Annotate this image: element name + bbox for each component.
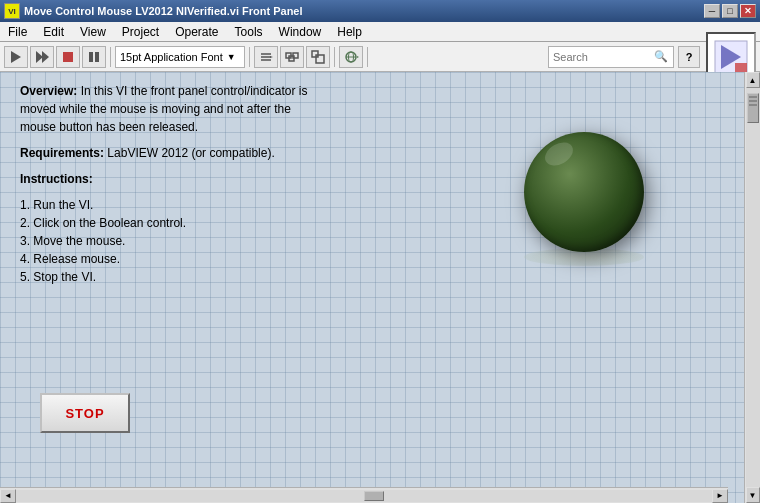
- vertical-scrollbar[interactable]: ▲ ▼: [744, 72, 760, 503]
- requirements-label: Requirements:: [20, 146, 104, 160]
- horizontal-scroll-track[interactable]: [16, 490, 712, 502]
- menu-operate[interactable]: Operate: [167, 22, 226, 41]
- horizontal-scrollbar[interactable]: ◄ ►: [0, 487, 728, 503]
- close-button[interactable]: ✕: [740, 4, 756, 18]
- front-panel-canvas[interactable]: Overview: In this VI the front panel con…: [0, 72, 744, 503]
- instructions-list: 1. Run the VI. 2. Click on the Boolean c…: [20, 196, 330, 286]
- minimize-button[interactable]: ─: [704, 4, 720, 18]
- svg-rect-13: [312, 51, 318, 57]
- svg-rect-21: [735, 63, 747, 73]
- vertical-scroll-thumb[interactable]: [747, 93, 759, 123]
- menu-view[interactable]: View: [72, 22, 114, 41]
- requirements-text: LabVIEW 2012 (or compatible).: [104, 146, 275, 160]
- stop-button-container: STOP: [40, 393, 130, 433]
- stop-button[interactable]: STOP: [40, 393, 130, 433]
- env-button[interactable]: [339, 46, 363, 68]
- distribute-button[interactable]: [280, 46, 304, 68]
- maximize-button[interactable]: □: [722, 4, 738, 18]
- toolbar-separator-1: [110, 47, 111, 67]
- overview-label: Overview:: [20, 84, 77, 98]
- vertical-scroll-track[interactable]: [746, 88, 760, 487]
- menu-window[interactable]: Window: [271, 22, 330, 41]
- font-arrow: ▼: [227, 52, 236, 62]
- step-1: 1. Run the VI.: [20, 196, 330, 214]
- step-5: 5. Stop the VI.: [20, 268, 330, 286]
- menu-bar: File Edit View Project Operate Tools Win…: [0, 22, 760, 42]
- abort-button[interactable]: [56, 46, 80, 68]
- svg-marker-9: [270, 56, 273, 58]
- requirements-paragraph: Requirements: LabVIEW 2012 (or compatibl…: [20, 144, 330, 162]
- font-name: 15pt Application Font: [120, 51, 223, 63]
- svg-rect-4: [89, 52, 93, 62]
- scroll-up-button[interactable]: ▲: [746, 72, 760, 88]
- run-continuously-button[interactable]: [30, 46, 54, 68]
- toolbar-separator-4: [367, 47, 368, 67]
- title-bar: VI Move Control Mouse LV2012 NIVerified.…: [0, 0, 760, 22]
- search-input[interactable]: [553, 51, 653, 63]
- toolbar: 15pt Application Font ▼: [0, 42, 760, 72]
- app-icon: VI: [4, 3, 20, 19]
- run-button[interactable]: [4, 46, 28, 68]
- menu-project[interactable]: Project: [114, 22, 167, 41]
- scroll-down-button[interactable]: ▼: [746, 487, 760, 503]
- svg-marker-1: [36, 51, 43, 63]
- window-title: Move Control Mouse LV2012 NIVerified.vi …: [24, 5, 704, 17]
- align-button[interactable]: [254, 46, 278, 68]
- menu-file[interactable]: File: [0, 22, 35, 41]
- instructions-label: Instructions:: [20, 172, 93, 186]
- svg-marker-0: [11, 51, 21, 63]
- svg-marker-2: [42, 51, 49, 63]
- window-controls: ─ □ ✕: [704, 4, 756, 18]
- toolbar-separator-2: [249, 47, 250, 67]
- menu-tools[interactable]: Tools: [227, 22, 271, 41]
- pause-button[interactable]: [82, 46, 106, 68]
- svg-marker-18: [357, 56, 359, 58]
- search-icon[interactable]: 🔍: [653, 49, 669, 65]
- overview-paragraph: Overview: In this VI the front panel con…: [20, 82, 330, 136]
- sphere-visual: [524, 132, 644, 252]
- svg-rect-5: [95, 52, 99, 62]
- step-2: 2. Click on the Boolean control.: [20, 214, 330, 232]
- scroll-right-button[interactable]: ►: [712, 489, 728, 503]
- scroll-left-button[interactable]: ◄: [0, 489, 16, 503]
- help-button[interactable]: ?: [678, 46, 700, 68]
- description-panel: Overview: In this VI the front panel con…: [20, 82, 330, 286]
- horizontal-scroll-thumb[interactable]: [364, 491, 384, 501]
- step-4: 4. Release mouse.: [20, 250, 330, 268]
- step-3: 3. Move the mouse.: [20, 232, 330, 250]
- svg-rect-14: [316, 55, 324, 63]
- search-box[interactable]: 🔍: [548, 46, 674, 68]
- toolbar-separator-3: [334, 47, 335, 67]
- menu-help[interactable]: Help: [329, 22, 370, 41]
- main-area: Overview: In this VI the front panel con…: [0, 72, 760, 503]
- resize-button[interactable]: [306, 46, 330, 68]
- svg-rect-3: [63, 52, 73, 62]
- instructions-paragraph: Instructions:: [20, 170, 330, 188]
- menu-edit[interactable]: Edit: [35, 22, 72, 41]
- boolean-indicator[interactable]: [524, 132, 654, 262]
- font-selector[interactable]: 15pt Application Font ▼: [115, 46, 245, 68]
